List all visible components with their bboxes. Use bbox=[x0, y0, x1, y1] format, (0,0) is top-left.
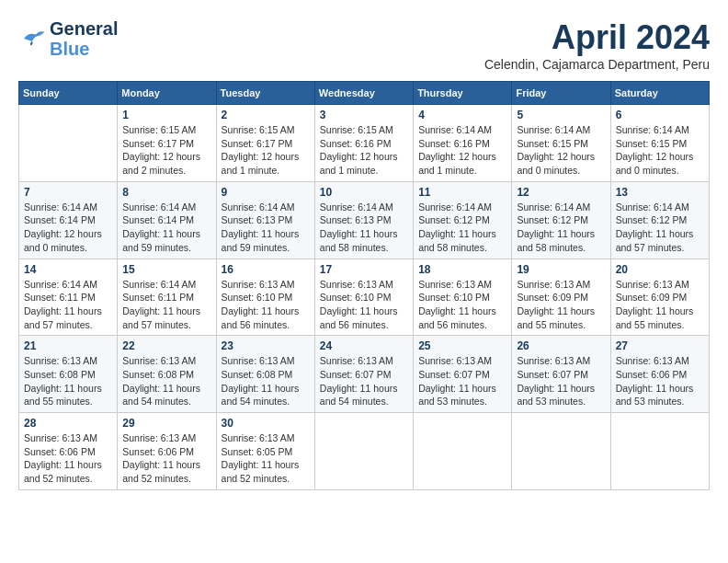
day-number: 21 bbox=[24, 339, 112, 352]
calendar-cell bbox=[610, 413, 709, 490]
calendar-cell: 17Sunrise: 6:13 AM Sunset: 6:10 PM Dayli… bbox=[314, 259, 413, 336]
day-of-week-header: Saturday bbox=[610, 82, 709, 105]
month-title: April 2024 bbox=[484, 18, 710, 57]
calendar-cell: 24Sunrise: 6:13 AM Sunset: 6:07 PM Dayli… bbox=[314, 336, 413, 413]
day-info: Sunrise: 6:14 AM Sunset: 6:15 PM Dayligh… bbox=[616, 123, 704, 178]
calendar-week-row: 1Sunrise: 6:15 AM Sunset: 6:17 PM Daylig… bbox=[19, 105, 710, 182]
calendar-cell: 12Sunrise: 6:14 AM Sunset: 6:12 PM Dayli… bbox=[512, 181, 610, 259]
day-info: Sunrise: 6:13 AM Sunset: 6:06 PM Dayligh… bbox=[24, 431, 112, 486]
calendar-cell: 22Sunrise: 6:13 AM Sunset: 6:08 PM Dayli… bbox=[118, 336, 216, 413]
calendar-cell bbox=[19, 105, 118, 182]
day-number: 8 bbox=[122, 186, 210, 199]
day-number: 12 bbox=[517, 186, 605, 199]
day-number: 20 bbox=[616, 263, 704, 276]
day-info: Sunrise: 6:13 AM Sunset: 6:07 PM Dayligh… bbox=[418, 354, 506, 408]
day-number: 7 bbox=[24, 186, 112, 199]
logo-general-text: General bbox=[50, 18, 118, 39]
calendar-cell bbox=[314, 413, 413, 490]
day-info: Sunrise: 6:13 AM Sunset: 6:10 PM Dayligh… bbox=[320, 278, 408, 332]
logo: General Blue bbox=[18, 18, 118, 59]
calendar-cell: 18Sunrise: 6:13 AM Sunset: 6:10 PM Dayli… bbox=[414, 259, 512, 336]
calendar-cell: 1Sunrise: 6:15 AM Sunset: 6:17 PM Daylig… bbox=[118, 105, 216, 182]
day-number: 2 bbox=[222, 109, 310, 121]
day-info: Sunrise: 6:13 AM Sunset: 6:07 PM Dayligh… bbox=[517, 354, 605, 408]
day-info: Sunrise: 6:14 AM Sunset: 6:14 PM Dayligh… bbox=[24, 201, 112, 255]
day-number: 23 bbox=[222, 339, 310, 352]
day-info: Sunrise: 6:13 AM Sunset: 6:09 PM Dayligh… bbox=[517, 278, 605, 332]
day-of-week-header: Monday bbox=[118, 82, 216, 105]
day-info: Sunrise: 6:15 AM Sunset: 6:17 PM Dayligh… bbox=[222, 123, 310, 178]
day-info: Sunrise: 6:13 AM Sunset: 6:09 PM Dayligh… bbox=[616, 278, 704, 332]
logo-bird-icon bbox=[18, 25, 46, 52]
day-number: 27 bbox=[616, 339, 704, 352]
calendar-cell: 14Sunrise: 6:14 AM Sunset: 6:11 PM Dayli… bbox=[19, 259, 118, 336]
day-info: Sunrise: 6:13 AM Sunset: 6:05 PM Dayligh… bbox=[222, 431, 310, 486]
day-info: Sunrise: 6:13 AM Sunset: 6:08 PM Dayligh… bbox=[122, 354, 210, 408]
day-info: Sunrise: 6:14 AM Sunset: 6:11 PM Dayligh… bbox=[24, 278, 112, 332]
calendar-cell: 9Sunrise: 6:14 AM Sunset: 6:13 PM Daylig… bbox=[216, 181, 314, 259]
day-of-week-header: Wednesday bbox=[314, 82, 413, 105]
day-number: 14 bbox=[24, 263, 112, 276]
day-of-week-header: Tuesday bbox=[216, 82, 314, 105]
day-number: 4 bbox=[418, 109, 506, 121]
day-info: Sunrise: 6:14 AM Sunset: 6:11 PM Dayligh… bbox=[122, 278, 210, 332]
day-number: 18 bbox=[418, 263, 506, 276]
calendar-cell: 20Sunrise: 6:13 AM Sunset: 6:09 PM Dayli… bbox=[610, 259, 709, 336]
calendar-cell: 8Sunrise: 6:14 AM Sunset: 6:14 PM Daylig… bbox=[118, 181, 216, 259]
calendar-cell: 4Sunrise: 6:14 AM Sunset: 6:16 PM Daylig… bbox=[414, 105, 512, 182]
calendar-header-row: SundayMondayTuesdayWednesdayThursdayFrid… bbox=[19, 82, 710, 105]
calendar-cell bbox=[512, 413, 610, 490]
calendar-cell: 30Sunrise: 6:13 AM Sunset: 6:05 PM Dayli… bbox=[216, 413, 314, 490]
calendar-cell: 16Sunrise: 6:13 AM Sunset: 6:10 PM Dayli… bbox=[216, 259, 314, 336]
day-info: Sunrise: 6:15 AM Sunset: 6:17 PM Dayligh… bbox=[122, 123, 210, 178]
day-info: Sunrise: 6:14 AM Sunset: 6:14 PM Dayligh… bbox=[122, 201, 210, 255]
day-info: Sunrise: 6:14 AM Sunset: 6:12 PM Dayligh… bbox=[418, 201, 506, 255]
day-number: 28 bbox=[24, 417, 112, 430]
logo-blue-text: Blue bbox=[50, 39, 118, 59]
calendar-cell: 28Sunrise: 6:13 AM Sunset: 6:06 PM Dayli… bbox=[19, 413, 118, 490]
calendar-cell: 21Sunrise: 6:13 AM Sunset: 6:08 PM Dayli… bbox=[19, 336, 118, 413]
day-number: 3 bbox=[320, 109, 408, 121]
day-number: 13 bbox=[616, 186, 704, 199]
day-info: Sunrise: 6:14 AM Sunset: 6:12 PM Dayligh… bbox=[517, 201, 605, 255]
day-number: 16 bbox=[222, 263, 310, 276]
calendar-cell: 7Sunrise: 6:14 AM Sunset: 6:14 PM Daylig… bbox=[19, 181, 118, 259]
day-info: Sunrise: 6:15 AM Sunset: 6:16 PM Dayligh… bbox=[320, 123, 408, 178]
calendar-week-row: 7Sunrise: 6:14 AM Sunset: 6:14 PM Daylig… bbox=[19, 181, 710, 259]
calendar-cell: 23Sunrise: 6:13 AM Sunset: 6:08 PM Dayli… bbox=[216, 336, 314, 413]
page-header: General Blue April 2024 Celendin, Cajama… bbox=[18, 18, 710, 72]
day-number: 22 bbox=[122, 339, 210, 352]
calendar-cell: 29Sunrise: 6:13 AM Sunset: 6:06 PM Dayli… bbox=[118, 413, 216, 490]
calendar-week-row: 14Sunrise: 6:14 AM Sunset: 6:11 PM Dayli… bbox=[19, 259, 710, 336]
day-info: Sunrise: 6:13 AM Sunset: 6:08 PM Dayligh… bbox=[24, 354, 112, 408]
day-of-week-header: Thursday bbox=[414, 82, 512, 105]
location-subtitle: Celendin, Cajamarca Department, Peru bbox=[484, 57, 710, 72]
calendar-table: SundayMondayTuesdayWednesdayThursdayFrid… bbox=[18, 81, 710, 490]
day-info: Sunrise: 6:14 AM Sunset: 6:13 PM Dayligh… bbox=[320, 201, 408, 255]
day-info: Sunrise: 6:13 AM Sunset: 6:06 PM Dayligh… bbox=[122, 431, 210, 486]
day-of-week-header: Friday bbox=[512, 82, 610, 105]
day-number: 9 bbox=[222, 186, 310, 199]
day-number: 11 bbox=[418, 186, 506, 199]
calendar-cell: 5Sunrise: 6:14 AM Sunset: 6:15 PM Daylig… bbox=[512, 105, 610, 182]
day-number: 24 bbox=[320, 339, 408, 352]
day-number: 17 bbox=[320, 263, 408, 276]
day-info: Sunrise: 6:14 AM Sunset: 6:16 PM Dayligh… bbox=[418, 123, 506, 178]
calendar-cell: 2Sunrise: 6:15 AM Sunset: 6:17 PM Daylig… bbox=[216, 105, 314, 182]
day-info: Sunrise: 6:14 AM Sunset: 6:12 PM Dayligh… bbox=[616, 201, 704, 255]
calendar-cell: 15Sunrise: 6:14 AM Sunset: 6:11 PM Dayli… bbox=[118, 259, 216, 336]
day-number: 6 bbox=[616, 109, 704, 121]
calendar-cell: 27Sunrise: 6:13 AM Sunset: 6:06 PM Dayli… bbox=[610, 336, 709, 413]
calendar-cell: 6Sunrise: 6:14 AM Sunset: 6:15 PM Daylig… bbox=[610, 105, 709, 182]
day-info: Sunrise: 6:13 AM Sunset: 6:10 PM Dayligh… bbox=[418, 278, 506, 332]
day-number: 5 bbox=[517, 109, 605, 121]
day-info: Sunrise: 6:14 AM Sunset: 6:13 PM Dayligh… bbox=[222, 201, 310, 255]
day-number: 19 bbox=[517, 263, 605, 276]
calendar-cell bbox=[414, 413, 512, 490]
day-number: 30 bbox=[222, 417, 310, 430]
day-info: Sunrise: 6:13 AM Sunset: 6:08 PM Dayligh… bbox=[222, 354, 310, 408]
day-number: 25 bbox=[418, 339, 506, 352]
calendar-cell: 26Sunrise: 6:13 AM Sunset: 6:07 PM Dayli… bbox=[512, 336, 610, 413]
day-number: 1 bbox=[122, 109, 210, 121]
day-info: Sunrise: 6:13 AM Sunset: 6:10 PM Dayligh… bbox=[222, 278, 310, 332]
